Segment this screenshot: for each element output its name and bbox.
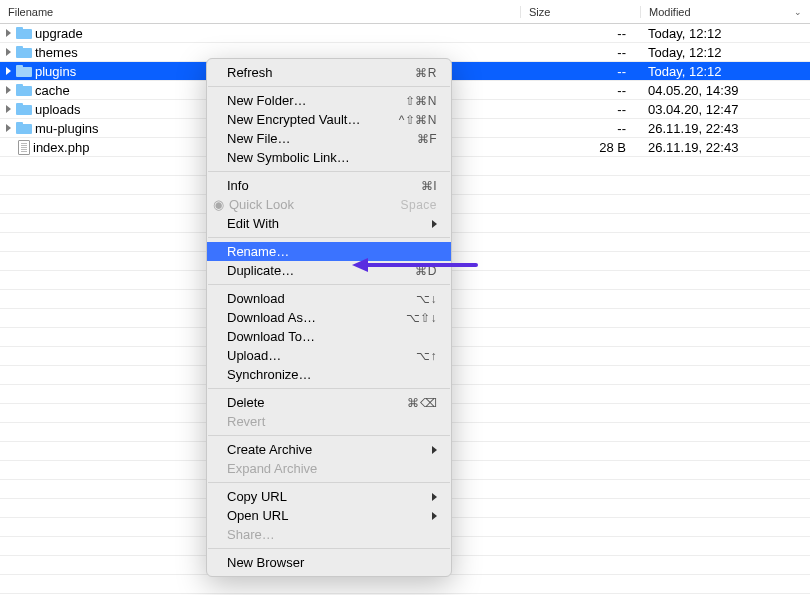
cell-size: -- xyxy=(520,121,640,136)
menu-item-label: Rename… xyxy=(227,244,437,259)
menu-item[interactable]: New Browser xyxy=(207,553,451,572)
column-header-filename[interactable]: Filename xyxy=(0,6,520,18)
menu-separator xyxy=(208,86,450,87)
menu-item-label: Expand Archive xyxy=(227,461,437,476)
menu-item[interactable]: Synchronize… xyxy=(207,365,451,384)
disclosure-triangle-icon[interactable] xyxy=(6,29,11,37)
menu-item-label: New Browser xyxy=(227,555,437,570)
menu-item-label: Create Archive xyxy=(227,442,426,457)
menu-item-label: New Symbolic Link… xyxy=(227,150,437,165)
disclosure-triangle-icon[interactable] xyxy=(6,48,11,56)
menu-item-shortcut: ⌥↓ xyxy=(416,292,437,306)
submenu-arrow-icon xyxy=(432,220,437,228)
menu-item-label: New Folder… xyxy=(227,93,405,108)
cell-modified: Today, 12:12 xyxy=(640,45,810,60)
cell-modified: 26.11.19, 22:43 xyxy=(640,121,810,136)
filename-label: cache xyxy=(35,83,70,98)
column-header-size[interactable]: Size xyxy=(520,6,640,18)
menu-item[interactable]: New Encrypted Vault…^⇧⌘N xyxy=(207,110,451,129)
cell-size: -- xyxy=(520,102,640,117)
cell-size: -- xyxy=(520,45,640,60)
cell-size: -- xyxy=(520,64,640,79)
disclosure-triangle-icon[interactable] xyxy=(6,105,11,113)
menu-item[interactable]: Refresh⌘R xyxy=(207,63,451,82)
empty-row xyxy=(0,575,810,594)
submenu-arrow-icon xyxy=(432,512,437,520)
menu-item-label: New File… xyxy=(227,131,417,146)
menu-item-shortcut: ^⇧⌘N xyxy=(399,113,437,127)
menu-item-label: Info xyxy=(227,178,421,193)
menu-item[interactable]: Download⌥↓ xyxy=(207,289,451,308)
menu-item[interactable]: Create Archive xyxy=(207,440,451,459)
menu-item[interactable]: New Folder…⇧⌘N xyxy=(207,91,451,110)
cell-modified: 04.05.20, 14:39 xyxy=(640,83,810,98)
folder-icon xyxy=(16,122,32,134)
menu-separator xyxy=(208,171,450,172)
menu-item[interactable]: Copy URL xyxy=(207,487,451,506)
menu-separator xyxy=(208,482,450,483)
filename-label: plugins xyxy=(35,64,76,79)
eye-icon: ◉ xyxy=(211,197,225,212)
cell-size: 28 B xyxy=(520,140,640,155)
menu-item-label: Upload… xyxy=(227,348,416,363)
filename-label: uploads xyxy=(35,102,81,117)
menu-item-label: Download As… xyxy=(227,310,406,325)
menu-separator xyxy=(208,548,450,549)
menu-item: Share… xyxy=(207,525,451,544)
menu-item-label: Open URL xyxy=(227,508,426,523)
folder-icon xyxy=(16,46,32,58)
cell-filename: upgrade xyxy=(0,26,520,41)
menu-item-label: Quick Look xyxy=(229,197,400,212)
menu-item[interactable]: New File…⌘F xyxy=(207,129,451,148)
menu-separator xyxy=(208,388,450,389)
column-header-modified-label: Modified xyxy=(649,6,691,18)
menu-item-label: Download xyxy=(227,291,416,306)
menu-item-label: Revert xyxy=(227,414,437,429)
filename-label: upgrade xyxy=(35,26,83,41)
file-row[interactable]: upgrade--Today, 12:12 xyxy=(0,24,810,43)
cell-modified: 03.04.20, 12:47 xyxy=(640,102,810,117)
menu-item-shortcut: ⌘F xyxy=(417,132,437,146)
menu-item[interactable]: Edit With xyxy=(207,214,451,233)
context-menu: Refresh⌘RNew Folder…⇧⌘NNew Encrypted Vau… xyxy=(206,58,452,577)
column-header-row: Filename Size Modified ⌄ xyxy=(0,0,810,24)
cell-modified: 26.11.19, 22:43 xyxy=(640,140,810,155)
filename-label: themes xyxy=(35,45,78,60)
submenu-arrow-icon xyxy=(432,446,437,454)
menu-item-shortcut: ⌥⇧↓ xyxy=(406,311,438,325)
menu-item[interactable]: Upload…⌥↑ xyxy=(207,346,451,365)
menu-item-shortcut: Space xyxy=(400,198,437,212)
folder-icon xyxy=(16,65,32,77)
menu-item[interactable]: Download To… xyxy=(207,327,451,346)
menu-item[interactable]: Open URL xyxy=(207,506,451,525)
menu-item-shortcut: ⌘R xyxy=(415,66,437,80)
menu-item-label: New Encrypted Vault… xyxy=(227,112,399,127)
annotation-arrow xyxy=(352,258,478,272)
menu-item-shortcut: ⇧⌘N xyxy=(405,94,437,108)
menu-separator xyxy=(208,284,450,285)
menu-item-label: Edit With xyxy=(227,216,426,231)
column-header-modified[interactable]: Modified ⌄ xyxy=(640,6,810,18)
filename-label: index.php xyxy=(33,140,89,155)
menu-item[interactable]: New Symbolic Link… xyxy=(207,148,451,167)
menu-item[interactable]: Delete⌘⌫ xyxy=(207,393,451,412)
menu-item-shortcut: ⌘I xyxy=(421,179,437,193)
menu-item-label: Synchronize… xyxy=(227,367,437,382)
menu-item: Revert xyxy=(207,412,451,431)
cell-modified: Today, 12:12 xyxy=(640,26,810,41)
menu-item-label: Refresh xyxy=(227,65,415,80)
sort-indicator-icon: ⌄ xyxy=(794,7,802,17)
menu-item: Expand Archive xyxy=(207,459,451,478)
cell-size: -- xyxy=(520,83,640,98)
submenu-arrow-icon xyxy=(432,493,437,501)
disclosure-triangle-icon[interactable] xyxy=(6,67,11,75)
menu-item-shortcut: ⌥↑ xyxy=(416,349,437,363)
cell-size: -- xyxy=(520,26,640,41)
menu-item[interactable]: Info⌘I xyxy=(207,176,451,195)
disclosure-triangle-icon[interactable] xyxy=(6,124,11,132)
menu-item-shortcut: ⌘⌫ xyxy=(407,396,437,410)
menu-separator xyxy=(208,435,450,436)
file-icon xyxy=(18,140,30,155)
disclosure-triangle-icon[interactable] xyxy=(6,86,11,94)
menu-item[interactable]: Download As…⌥⇧↓ xyxy=(207,308,451,327)
